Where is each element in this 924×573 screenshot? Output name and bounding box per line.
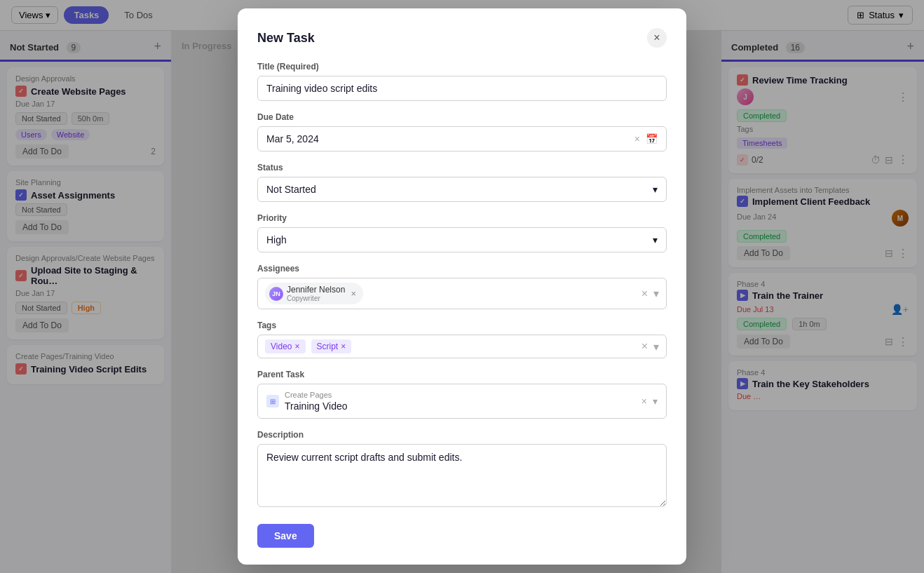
- new-task-modal: New Task × Title (Required) Due Date Mar…: [238, 8, 686, 565]
- parent-icon: ⊞: [266, 395, 279, 407]
- parent-value: Training Video: [285, 400, 348, 412]
- assignee-info: Jennifer Nelson Copywriter: [287, 285, 345, 302]
- tag-chip-script: Script ×: [311, 339, 352, 353]
- clear-date-icon[interactable]: ×: [634, 133, 640, 144]
- priority-select[interactable]: High ▾: [257, 227, 667, 252]
- parent-clear-icon[interactable]: ×: [641, 396, 647, 407]
- modal-footer: Save: [257, 524, 667, 548]
- description-field-group: Description Review current script drafts…: [257, 430, 667, 510]
- title-label: Title (Required): [257, 62, 667, 72]
- calendar-icon[interactable]: 📅: [646, 133, 658, 144]
- assignees-label: Assignees: [257, 264, 667, 274]
- status-value: Not Started: [266, 184, 316, 195]
- title-input[interactable]: [257, 76, 667, 101]
- tag-script-label: Script: [317, 342, 339, 351]
- status-field-group: Status Not Started ▾: [257, 163, 667, 202]
- priority-chevron-icon: ▾: [653, 234, 658, 245]
- assignees-clear-icon[interactable]: ×: [641, 288, 648, 300]
- priority-value: High: [266, 234, 287, 245]
- tags-input[interactable]: Video × Script × × ▾: [257, 335, 667, 358]
- assignee-name: Jennifer Nelson: [287, 285, 345, 295]
- tags-label: Tags: [257, 321, 667, 330]
- modal-overlay: New Task × Title (Required) Due Date Mar…: [0, 0, 924, 573]
- parent-info: Create Pages Training Video: [285, 391, 348, 412]
- due-date-input[interactable]: Mar 5, 2024 × 📅: [257, 126, 667, 151]
- tags-field-group: Tags Video × Script × × ▾: [257, 321, 667, 358]
- tag-chip-video: Video ×: [265, 339, 306, 353]
- assignee-role: Copywriter: [287, 295, 345, 302]
- priority-field-group: Priority High ▾: [257, 213, 667, 252]
- parent-task-input[interactable]: ⊞ Create Pages Training Video × ▾: [257, 384, 667, 419]
- status-chevron-icon: ▾: [653, 184, 658, 195]
- parent-task-field-group: Parent Task ⊞ Create Pages Training Vide…: [257, 370, 667, 419]
- modal-title: New Task: [257, 31, 315, 46]
- assignee-chip-jennifer: JN Jennifer Nelson Copywriter ×: [265, 283, 363, 304]
- tag-video-label: Video: [271, 342, 292, 351]
- description-textarea[interactable]: Review current script drafts and submit …: [257, 444, 667, 507]
- assignees-input[interactable]: JN Jennifer Nelson Copywriter × × ▾: [257, 278, 667, 309]
- due-date-field-group: Due Date Mar 5, 2024 × 📅: [257, 112, 667, 151]
- due-date-value: Mar 5, 2024: [266, 133, 319, 144]
- modal-close-button[interactable]: ×: [647, 28, 667, 48]
- modal-header: New Task ×: [257, 28, 667, 48]
- parent-chevron-icon[interactable]: ▾: [653, 396, 658, 407]
- parent-task-label: Parent Task: [257, 370, 667, 379]
- assignee-remove-icon[interactable]: ×: [351, 288, 356, 299]
- tag-video-remove[interactable]: ×: [294, 342, 299, 351]
- tag-script-remove[interactable]: ×: [341, 342, 346, 351]
- assignee-avatar-jennifer: JN: [269, 287, 283, 301]
- title-field-group: Title (Required): [257, 62, 667, 101]
- save-button[interactable]: Save: [257, 524, 314, 548]
- priority-label: Priority: [257, 213, 667, 223]
- assignees-field-group: Assignees JN Jennifer Nelson Copywriter …: [257, 264, 667, 309]
- due-date-label: Due Date: [257, 112, 667, 122]
- assignees-chevron-icon[interactable]: ▾: [653, 287, 659, 300]
- tags-clear-icon[interactable]: ×: [641, 340, 648, 353]
- tags-chevron-icon[interactable]: ▾: [653, 340, 659, 353]
- status-label: Status: [257, 163, 667, 173]
- status-select[interactable]: Not Started ▾: [257, 177, 667, 202]
- parent-prefix: Create Pages: [285, 391, 348, 399]
- description-label: Description: [257, 430, 667, 440]
